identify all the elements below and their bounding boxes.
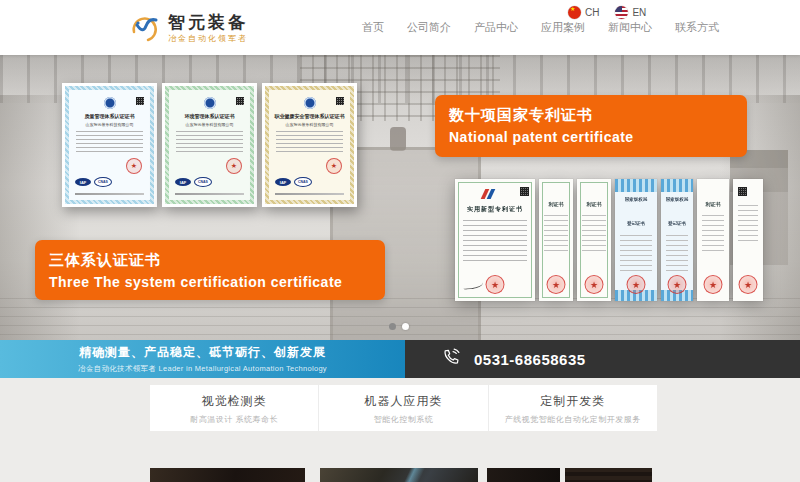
certificate-text-lines: [76, 131, 143, 155]
certificate-company: 山东智元装备科技有限公司: [269, 122, 350, 127]
site-header: 智元装备 冶金自动化领军者 首页 公司简介 产品中心 应用案例 新闻中心 联系方…: [0, 0, 800, 55]
patent-certificates-image: 实用新型专利证书 ★ 利证书 ★ 利证书 ★ 国家版权局 登记证书 ★ 国家版权…: [455, 179, 777, 301]
certification-banner-subtitle: Three The system certification certifica…: [49, 272, 371, 292]
red-stamp-icon: ★: [326, 158, 342, 174]
patent-title-partial: 利证书: [697, 201, 729, 207]
patent-text-lines: [666, 235, 688, 273]
certificate-body: 环境管理体系认证证书 山东智元装备科技有限公司 ★ IAF CNAS: [169, 90, 250, 200]
iaf-badge: IAF: [75, 178, 91, 186]
cnas-badge: CNAS: [294, 177, 312, 187]
certificate-body: 职业健康安全管理体系认证证书 山东智元装备科技有限公司 ★ IAF CNAS: [269, 90, 350, 200]
patent-title: 实用新型专利证书: [455, 205, 535, 214]
nav-contact[interactable]: 联系方式: [675, 20, 719, 35]
category-title: 定制开发类: [489, 393, 657, 410]
certificate-badges: IAF CNAS: [175, 177, 212, 187]
copyright-page: 国家版权局 登记证书 ★: [615, 179, 657, 301]
product-categories: 视觉检测类 耐高温设计 系统寿命长 机器人应用类 智能化控制系统 定制开发类 产…: [150, 385, 657, 431]
language-switcher: CH EN: [568, 6, 646, 19]
system-certificates-image: 质量管理体系认证证书 山东智元装备科技有限公司 ★ IAF CNAS 环境管理体…: [62, 83, 357, 207]
logo-subtitle: 冶金自动化领军者: [168, 33, 248, 44]
factory-photo-2[interactable]: [320, 468, 478, 482]
main-nav: 首页 公司简介 产品中心 应用案例 新闻中心 联系方式: [362, 0, 719, 55]
factory-photo-1[interactable]: [150, 468, 305, 482]
patent-page: 利证书 ★: [577, 179, 611, 301]
red-seal-icon: ★: [704, 275, 723, 294]
patent-page: 利证书 ★: [697, 179, 729, 301]
nav-products[interactable]: 产品中心: [474, 20, 518, 35]
tagline-text: 冶金自动化技术领军者 Leader in Metallurgical Autom…: [78, 364, 327, 374]
info-bar: 精确测量、产品稳定、砥节砺行、创新发展 冶金自动化技术领军者 Leader in…: [0, 340, 800, 378]
patent-logo-icon: [479, 189, 499, 199]
phone-icon: [441, 347, 461, 371]
certification-banner-title: 三体系认证证书: [49, 250, 371, 270]
copyright-page: 国家版权局 登记证书 ★: [661, 179, 693, 301]
copyright-header: 国家版权局: [615, 196, 657, 203]
category-robot-application[interactable]: 机器人应用类 智能化控制系统: [319, 385, 488, 431]
lang-cn[interactable]: CH: [568, 6, 599, 19]
red-seal-icon: ★: [547, 275, 566, 294]
nav-home[interactable]: 首页: [362, 20, 384, 35]
slogan-panel: 精确测量、产品稳定、砥节砺行、创新发展 冶金自动化技术领军者 Leader in…: [0, 340, 405, 378]
factory-photo-4[interactable]: [565, 468, 652, 482]
phone-number: 0531-68658635: [474, 351, 586, 368]
certificate-footer-line: [175, 193, 244, 195]
patent-page-main: 实用新型专利证书 ★: [455, 179, 535, 301]
nav-cases[interactable]: 应用案例: [541, 20, 585, 35]
patent-text-lines: [738, 205, 758, 243]
hero-banner: 质量管理体系认证证书 山东智元装备科技有限公司 ★ IAF CNAS 环境管理体…: [0, 55, 800, 340]
logo-bird-icon: [128, 12, 162, 44]
red-seal-icon: ★: [668, 275, 687, 294]
iaf-badge: IAF: [175, 178, 191, 186]
category-title: 视觉检测类: [150, 393, 318, 410]
china-flag-icon: [568, 6, 581, 19]
category-subtitle: 智能化控制系统: [319, 414, 487, 425]
certification-banner: 三体系认证证书 Three The system certification c…: [35, 240, 385, 300]
patent-page: ★: [733, 179, 763, 301]
certificate-text-lines: [276, 131, 343, 155]
red-seal-icon: ★: [627, 275, 646, 294]
qr-code-icon: [738, 187, 747, 196]
hero-background-floor: [0, 298, 800, 340]
us-flag-icon: [615, 6, 628, 19]
site-logo[interactable]: 智元装备 冶金自动化领军者: [128, 12, 248, 44]
patent-title-partial: 利证书: [539, 201, 573, 207]
certificate-footer-line: [75, 193, 144, 195]
lang-en-label: EN: [632, 7, 646, 18]
patent-text-lines: [544, 215, 568, 253]
cert-seal-icon: [204, 97, 216, 109]
certificate-quality: 质量管理体系认证证书 山东智元装备科技有限公司 ★ IAF CNAS: [62, 83, 157, 207]
qr-code-icon: [236, 97, 244, 105]
certificate-badges: IAF CNAS: [275, 177, 312, 187]
certificate-footer-line: [275, 193, 344, 195]
nav-news[interactable]: 新闻中心: [608, 20, 652, 35]
lang-en[interactable]: EN: [615, 6, 646, 19]
patent-banner: 数十项国家专利证书 National patent certificate: [435, 95, 747, 157]
factory-photo-3[interactable]: [487, 468, 560, 482]
red-stamp-icon: ★: [126, 158, 142, 174]
carousel-dot-2[interactable]: [402, 323, 409, 330]
red-seal-icon: ★: [739, 275, 758, 294]
logo-title: 智元装备: [168, 13, 248, 32]
certificate-safety: 职业健康安全管理体系认证证书 山东智元装备科技有限公司 ★ IAF CNAS: [262, 83, 357, 207]
carousel-dots: [389, 323, 409, 330]
certificate-company: 山东智元装备科技有限公司: [69, 122, 150, 127]
certificate-badges: IAF CNAS: [75, 177, 112, 187]
iaf-badge: IAF: [275, 178, 291, 186]
patent-page: 利证书 ★: [539, 179, 573, 301]
patent-banner-subtitle: National patent certificate: [449, 127, 733, 147]
category-custom-development[interactable]: 定制开发类 产线视觉智能化自动化定制开发服务: [489, 385, 657, 431]
carousel-dot-1[interactable]: [389, 323, 396, 330]
copyright-title: 登记证书: [661, 220, 693, 227]
lang-cn-label: CH: [585, 7, 599, 18]
signature-scribble: [463, 279, 484, 290]
nav-company[interactable]: 公司简介: [407, 20, 451, 35]
patent-text-lines: [620, 235, 652, 273]
copyright-header: 国家版权局: [661, 196, 693, 203]
cert-seal-icon: [104, 97, 116, 109]
phone-panel[interactable]: 0531-68658635: [405, 340, 800, 378]
certificate-text-lines: [176, 131, 243, 155]
certificate-environment: 环境管理体系认证证书 山东智元装备科技有限公司 ★ IAF CNAS: [162, 83, 257, 207]
qr-code-icon: [336, 97, 344, 105]
certificate-body: 质量管理体系认证证书 山东智元装备科技有限公司 ★ IAF CNAS: [69, 90, 150, 200]
category-vision-inspection[interactable]: 视觉检测类 耐高温设计 系统寿命长: [150, 385, 319, 431]
